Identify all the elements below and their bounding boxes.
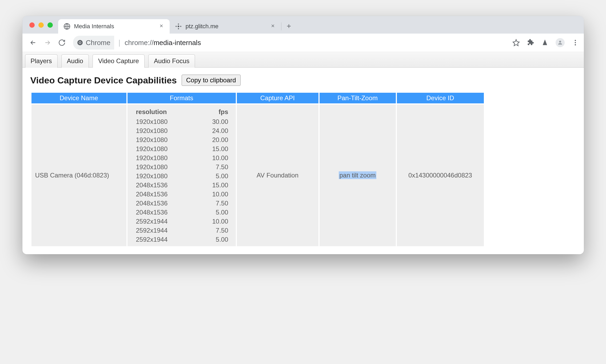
tab-audio-focus[interactable]: Audio Focus — [148, 54, 195, 68]
format-fps: 15.00 — [193, 144, 234, 153]
copy-to-clipboard-button[interactable]: Copy to clipboard — [182, 75, 241, 86]
window-close-button[interactable] — [29, 22, 35, 28]
tab-close-icon[interactable] — [269, 22, 276, 31]
format-fps: 5.00 — [193, 208, 234, 217]
format-fps: 10.00 — [193, 217, 234, 226]
tab-players[interactable]: Players — [25, 54, 58, 68]
format-row: 1920x108010.00 — [129, 153, 234, 163]
bookmark-star-icon[interactable] — [512, 39, 520, 46]
svg-point-11 — [575, 42, 576, 43]
chip-label: Chrome — [86, 39, 110, 47]
page-heading: Video Capture Device Capabilities — [30, 75, 177, 86]
format-resolution: 2048x1536 — [129, 190, 193, 199]
browser-window: Media Internals ptz.glitch.me — [22, 16, 584, 254]
profile-avatar[interactable] — [556, 38, 565, 47]
format-fps: 10.00 — [193, 153, 234, 163]
tab-audio[interactable]: Audio — [61, 54, 89, 68]
svg-point-5 — [180, 26, 181, 27]
toolbar: Chrome | chrome://media-internals — [22, 34, 584, 52]
tab-separator — [281, 22, 281, 30]
tab-close-icon[interactable] — [158, 22, 165, 31]
browser-tab-ptz-glitch[interactable]: ptz.glitch.me — [170, 19, 281, 34]
format-row: 2592x19445.00 — [129, 235, 234, 244]
svg-point-1 — [177, 26, 179, 27]
format-fps: 5.00 — [193, 235, 234, 244]
format-fps: 10.00 — [193, 190, 234, 199]
format-resolution: 2592x1944 — [129, 217, 193, 226]
labs-icon[interactable] — [541, 39, 549, 46]
page-content: Video Capture Device Capabilities Copy t… — [22, 68, 584, 254]
th-capture-api[interactable]: Capture API — [237, 93, 318, 103]
window-controls — [29, 22, 53, 28]
format-row: 2592x19447.50 — [129, 226, 234, 235]
tab-strip: Media Internals ptz.glitch.me — [22, 16, 584, 34]
svg-point-12 — [575, 44, 576, 46]
forward-button[interactable] — [42, 37, 53, 48]
format-row: 1920x108024.00 — [129, 126, 234, 135]
window-minimize-button[interactable] — [38, 22, 44, 28]
site-icon — [175, 23, 182, 30]
address-bar[interactable]: Chrome | chrome://media-internals — [70, 36, 507, 50]
extensions-icon[interactable] — [527, 39, 534, 46]
format-resolution: 2048x1536 — [129, 199, 193, 208]
format-resolution: 1920x1080 — [129, 135, 193, 144]
format-resolution: 1920x1080 — [129, 163, 193, 172]
internal-tabbar: Players Audio Video Capture Audio Focus — [22, 52, 584, 68]
reload-button[interactable] — [56, 37, 68, 48]
format-fps: 30.00 — [193, 117, 234, 126]
cell-capture-api: AV Foundation — [237, 104, 318, 246]
table-row: USB Camera (046d:0823) resolution fps 19… — [31, 104, 484, 246]
format-fps: 5.00 — [193, 172, 234, 181]
svg-point-2 — [178, 23, 179, 25]
separator: | — [118, 38, 120, 47]
format-row: 1920x108030.00 — [129, 117, 234, 126]
format-row: 2048x153610.00 — [129, 190, 234, 199]
cell-ptz: pan tilt zoom — [320, 104, 396, 246]
th-device-id[interactable]: Device ID — [397, 93, 484, 103]
th-ptz[interactable]: Pan-Tilt-Zoom — [320, 93, 396, 103]
format-row: 1920x10807.50 — [129, 163, 234, 172]
security-chip[interactable]: Chrome — [73, 36, 114, 50]
new-tab-button[interactable] — [283, 20, 295, 32]
format-resolution: 1920x1080 — [129, 126, 193, 135]
format-resolution: 1920x1080 — [129, 172, 193, 181]
format-fps: 7.50 — [193, 226, 234, 235]
fmt-th-resolution: resolution — [129, 107, 193, 117]
th-device-name[interactable]: Device Name — [31, 93, 126, 103]
cell-device-id: 0x14300000046d0823 — [397, 104, 484, 246]
format-resolution: 2048x1536 — [129, 208, 193, 217]
format-fps: 24.00 — [193, 126, 234, 135]
format-fps: 7.50 — [193, 163, 234, 172]
format-fps: 20.00 — [193, 135, 234, 144]
svg-point-10 — [575, 40, 576, 41]
format-fps: 15.00 — [193, 181, 234, 190]
back-button[interactable] — [27, 37, 39, 48]
svg-point-9 — [559, 41, 561, 43]
format-row: 1920x108015.00 — [129, 144, 234, 153]
capabilities-table: Device Name Formats Capture API Pan-Tilt… — [30, 92, 485, 247]
format-resolution: 1920x1080 — [129, 117, 193, 126]
format-row: 2048x15367.50 — [129, 199, 234, 208]
format-row: 2592x194410.00 — [129, 217, 234, 226]
format-row: 1920x108020.00 — [129, 135, 234, 144]
format-resolution: 2592x1944 — [129, 235, 193, 244]
window-maximize-button[interactable] — [47, 22, 53, 28]
menu-icon[interactable] — [572, 39, 579, 46]
tab-video-capture[interactable]: Video Capture — [93, 54, 145, 68]
url-text: chrome://media-internals — [125, 39, 201, 47]
svg-point-8 — [79, 42, 81, 43]
browser-tab-media-internals[interactable]: Media Internals — [58, 19, 170, 34]
format-resolution: 1920x1080 — [129, 153, 193, 163]
svg-point-4 — [176, 26, 177, 27]
cell-device-name: USB Camera (046d:0823) — [31, 104, 126, 246]
fmt-th-fps: fps — [193, 107, 234, 117]
tab-title: ptz.glitch.me — [186, 23, 266, 30]
format-resolution: 2592x1944 — [129, 226, 193, 235]
globe-icon — [63, 23, 70, 30]
format-row: 2048x15365.00 — [129, 208, 234, 217]
format-resolution: 2048x1536 — [129, 181, 193, 190]
cell-formats: resolution fps 1920x108030.001920x108024… — [127, 104, 236, 246]
format-fps: 7.50 — [193, 199, 234, 208]
th-formats[interactable]: Formats — [127, 93, 236, 103]
formats-table: resolution fps 1920x108030.001920x108024… — [129, 107, 234, 244]
